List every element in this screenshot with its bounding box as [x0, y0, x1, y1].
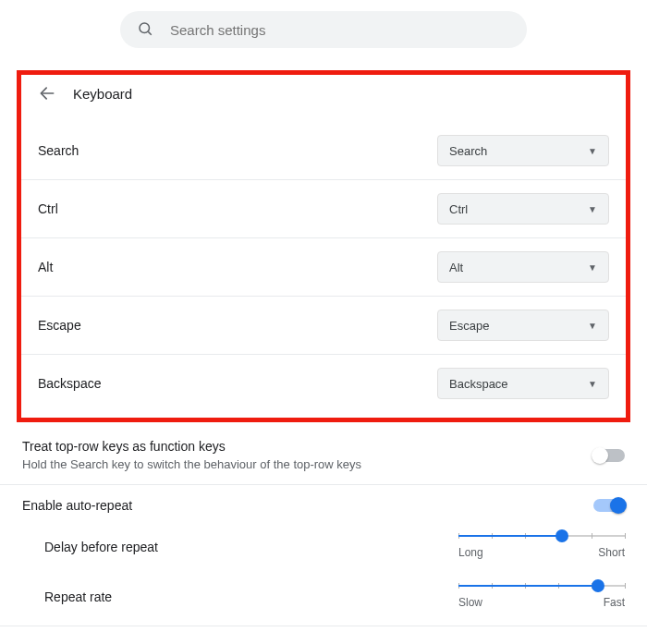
top-row-keys-subtitle: Hold the Search key to switch the behavi… [22, 457, 361, 471]
select-value: Escape [449, 319, 489, 333]
svg-point-0 [140, 23, 150, 33]
chevron-down-icon: ▼ [588, 321, 597, 331]
keymap-label: Alt [38, 260, 53, 274]
keymap-select-alt[interactable]: Alt ▼ [437, 251, 609, 283]
search-input[interactable] [168, 21, 510, 39]
keymap-select-backspace[interactable]: Backspace ▼ [437, 368, 609, 399]
delay-before-repeat-slider[interactable] [458, 535, 625, 537]
keymap-label: Ctrl [38, 201, 58, 216]
keymap-select-search[interactable]: Search ▼ [437, 135, 609, 166]
auto-repeat-toggle[interactable] [593, 499, 625, 512]
svg-line-1 [148, 31, 151, 34]
repeat-rate-slider[interactable] [458, 585, 625, 587]
back-button[interactable] [38, 84, 56, 103]
chevron-down-icon: ▼ [588, 204, 597, 214]
search-settings-box[interactable] [120, 11, 527, 48]
select-value: Ctrl [449, 202, 468, 216]
top-row-keys-toggle[interactable] [593, 449, 625, 462]
keymap-label: Backspace [38, 376, 101, 391]
keymap-label: Search [38, 143, 79, 158]
view-keyboard-shortcuts-link[interactable]: View keyboard shortcuts [0, 626, 647, 644]
chevron-down-icon: ▼ [588, 262, 597, 273]
slider-right-label: Short [598, 546, 625, 559]
auto-repeat-title: Enable auto-repeat [22, 498, 132, 513]
select-value: Search [449, 144, 487, 158]
chevron-down-icon: ▼ [588, 379, 597, 389]
page-title: Keyboard [73, 86, 132, 102]
top-row-keys-title: Treat top-row keys as function keys [22, 439, 361, 454]
search-icon [137, 20, 153, 40]
keymap-select-escape[interactable]: Escape ▼ [437, 310, 609, 341]
select-value: Alt [449, 261, 463, 274]
chevron-down-icon: ▼ [588, 146, 597, 156]
slider-left-label: Long [458, 546, 483, 559]
repeat-rate-label: Repeat rate [44, 589, 112, 604]
delay-before-repeat-label: Delay before repeat [44, 540, 158, 554]
keyboard-settings-highlight: Keyboard Search Search ▼ Ctrl Ctrl ▼ Alt… [17, 70, 630, 422]
slider-left-label: Slow [458, 596, 482, 609]
keymap-select-ctrl[interactable]: Ctrl ▼ [437, 193, 609, 225]
select-value: Backspace [449, 377, 508, 391]
keymap-label: Escape [38, 318, 81, 333]
slider-right-label: Fast [604, 596, 625, 609]
